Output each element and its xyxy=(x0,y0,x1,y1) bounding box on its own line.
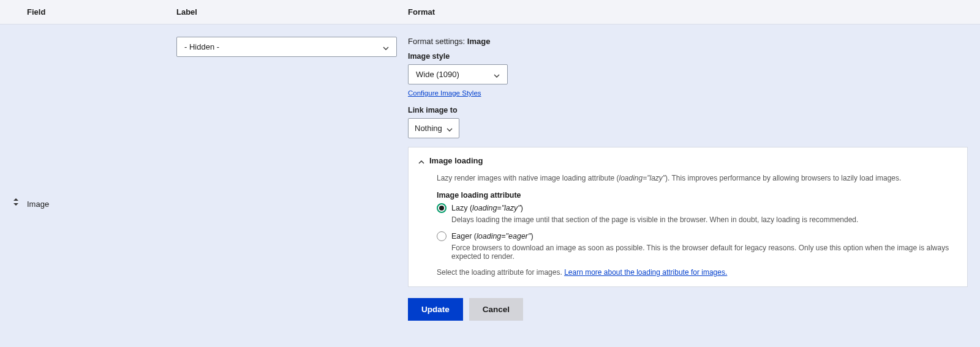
loading-lazy-help: Delays loading the image until that sect… xyxy=(451,215,957,224)
drag-handle-icon[interactable] xyxy=(12,198,20,206)
loading-eager-label: Eager (loading="eager") xyxy=(451,232,533,241)
header-field: Field xyxy=(27,7,176,17)
link-image-to-value: Nothing xyxy=(415,124,442,133)
table-header-row: Field Label Format xyxy=(0,0,980,24)
link-image-to-select[interactable]: Nothing xyxy=(408,118,459,138)
label-visibility-select[interactable]: - Hidden - xyxy=(176,37,397,57)
configure-image-styles-link[interactable]: Configure Image Styles xyxy=(408,89,481,97)
header-label: Label xyxy=(176,7,408,17)
loading-attribute-label: Image loading attribute xyxy=(437,191,957,200)
header-format: Format xyxy=(408,7,968,17)
cancel-button[interactable]: Cancel xyxy=(469,298,523,321)
label-visibility-value: - Hidden - xyxy=(184,42,219,51)
image-loading-details: Image loading Lazy render images with na… xyxy=(408,147,968,287)
link-image-to-label: Link image to xyxy=(408,106,968,114)
image-style-select[interactable]: Wide (1090) xyxy=(408,64,508,84)
image-loading-description: Lazy render images with native image loa… xyxy=(437,174,957,182)
format-settings-header: Format settings: Image xyxy=(408,37,968,46)
loading-lazy-radio[interactable] xyxy=(437,203,447,213)
learn-more-link[interactable]: Learn more about the loading attribute f… xyxy=(564,268,727,277)
image-loading-summary[interactable]: Image loading xyxy=(418,156,957,165)
update-button[interactable]: Update xyxy=(408,298,463,321)
chevron-up-icon xyxy=(418,158,424,164)
loading-footer-help: Select the loading attribute for images.… xyxy=(437,268,957,277)
field-name-label: Image xyxy=(27,33,176,209)
image-style-label: Image style xyxy=(408,52,968,61)
loading-lazy-label: Lazy (loading="lazy") xyxy=(451,204,523,212)
chevron-down-icon xyxy=(447,125,453,132)
image-style-value: Wide (1090) xyxy=(416,70,459,79)
table-row: Image - Hidden - Format settings: Image … xyxy=(0,24,980,333)
loading-eager-help: Force browsers to download an image as s… xyxy=(451,244,957,261)
chevron-down-icon xyxy=(494,72,500,78)
loading-eager-radio[interactable] xyxy=(437,231,447,241)
chevron-down-icon xyxy=(383,44,389,50)
